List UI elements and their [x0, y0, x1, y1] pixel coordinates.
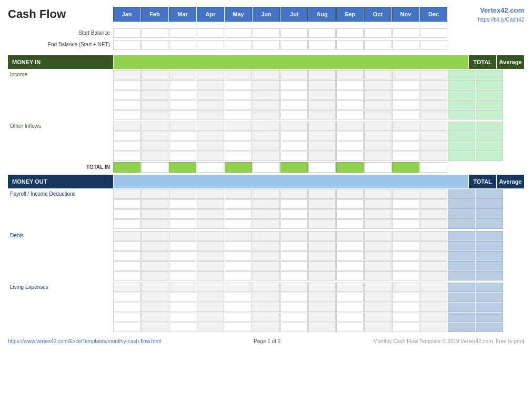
cell[interactable] [364, 313, 392, 322]
cell[interactable] [420, 219, 447, 229]
cell[interactable] [141, 271, 168, 280]
cell[interactable] [253, 209, 280, 219]
cell[interactable] [169, 132, 196, 141]
cell[interactable] [336, 231, 364, 240]
cell[interactable] [253, 162, 280, 173]
cell[interactable] [476, 70, 503, 79]
cell[interactable] [225, 40, 252, 49]
cell[interactable] [280, 80, 308, 89]
cell[interactable] [448, 313, 475, 322]
cell[interactable] [197, 251, 224, 260]
cell[interactable] [280, 323, 308, 332]
cell[interactable] [336, 313, 364, 322]
cell[interactable] [253, 70, 280, 79]
cell[interactable] [225, 199, 252, 209]
cell[interactable] [476, 323, 503, 332]
cell[interactable] [197, 152, 224, 161]
cell[interactable] [225, 90, 252, 99]
cell[interactable] [141, 122, 168, 131]
cell[interactable] [364, 152, 392, 161]
cell[interactable] [280, 313, 308, 322]
cell[interactable] [392, 251, 419, 260]
cell[interactable] [448, 271, 475, 280]
cell[interactable] [336, 152, 364, 161]
tab-sep[interactable]: Sep [336, 7, 364, 22]
cell[interactable] [197, 293, 224, 302]
cell[interactable] [141, 40, 168, 49]
cell[interactable] [308, 323, 336, 332]
cell[interactable] [113, 152, 140, 161]
cell[interactable] [308, 271, 336, 280]
cell[interactable] [392, 283, 419, 292]
cell[interactable] [280, 40, 308, 49]
cell[interactable] [476, 142, 503, 151]
cell[interactable] [113, 162, 140, 173]
cell[interactable] [308, 251, 336, 260]
cell[interactable] [169, 303, 196, 312]
cell[interactable] [308, 90, 336, 99]
cell[interactable] [448, 261, 475, 270]
cell[interactable] [336, 283, 364, 292]
cell[interactable] [169, 40, 196, 49]
cell[interactable] [253, 251, 280, 260]
cell[interactable] [308, 142, 336, 151]
cell[interactable] [169, 142, 196, 151]
cell[interactable] [336, 122, 364, 131]
cell[interactable] [476, 219, 503, 229]
cell[interactable] [308, 189, 336, 199]
tab-may[interactable]: May [225, 7, 252, 22]
cell[interactable] [169, 271, 196, 280]
tab-nov[interactable]: Nov [392, 7, 419, 22]
cell[interactable] [448, 323, 475, 332]
cell[interactable] [448, 100, 475, 109]
cell[interactable] [113, 70, 140, 79]
cell[interactable] [141, 80, 168, 89]
cell[interactable] [280, 189, 308, 199]
cell[interactable] [308, 303, 336, 312]
cell[interactable] [364, 219, 392, 229]
cell[interactable] [113, 241, 140, 250]
cell[interactable] [169, 209, 196, 219]
cell[interactable] [169, 100, 196, 109]
cell[interactable] [113, 132, 140, 141]
cell[interactable] [364, 283, 392, 292]
cell[interactable] [336, 199, 364, 209]
cell[interactable] [141, 293, 168, 302]
cell[interactable] [253, 271, 280, 280]
cell[interactable] [197, 80, 224, 89]
cell[interactable] [141, 219, 168, 229]
cell[interactable] [336, 189, 364, 199]
cell[interactable] [364, 303, 392, 312]
cell[interactable] [113, 40, 140, 49]
cell[interactable] [364, 132, 392, 141]
cell[interactable] [364, 70, 392, 79]
cell[interactable] [141, 110, 168, 119]
cell[interactable] [169, 313, 196, 322]
cell[interactable] [197, 219, 224, 229]
cell[interactable] [253, 199, 280, 209]
cell[interactable] [169, 251, 196, 260]
cell[interactable] [253, 189, 280, 199]
cell[interactable] [141, 251, 168, 260]
cell[interactable] [141, 323, 168, 332]
cell[interactable] [280, 293, 308, 302]
cell[interactable] [253, 241, 280, 250]
cell[interactable] [141, 209, 168, 219]
cell[interactable] [308, 110, 336, 119]
cell[interactable] [197, 142, 224, 151]
cell[interactable] [476, 303, 503, 312]
cell[interactable] [225, 219, 252, 229]
tab-aug[interactable]: Aug [308, 7, 336, 22]
cell[interactable] [113, 293, 140, 302]
cell[interactable] [280, 70, 308, 79]
cell[interactable] [336, 251, 364, 260]
cell[interactable] [308, 231, 336, 240]
cell[interactable] [308, 241, 336, 250]
cell[interactable] [392, 219, 419, 229]
cell[interactable] [420, 323, 447, 332]
cell[interactable] [476, 152, 503, 161]
cell[interactable] [336, 90, 364, 99]
cell[interactable] [113, 251, 140, 260]
cell[interactable] [336, 110, 364, 119]
cell[interactable] [476, 90, 503, 99]
